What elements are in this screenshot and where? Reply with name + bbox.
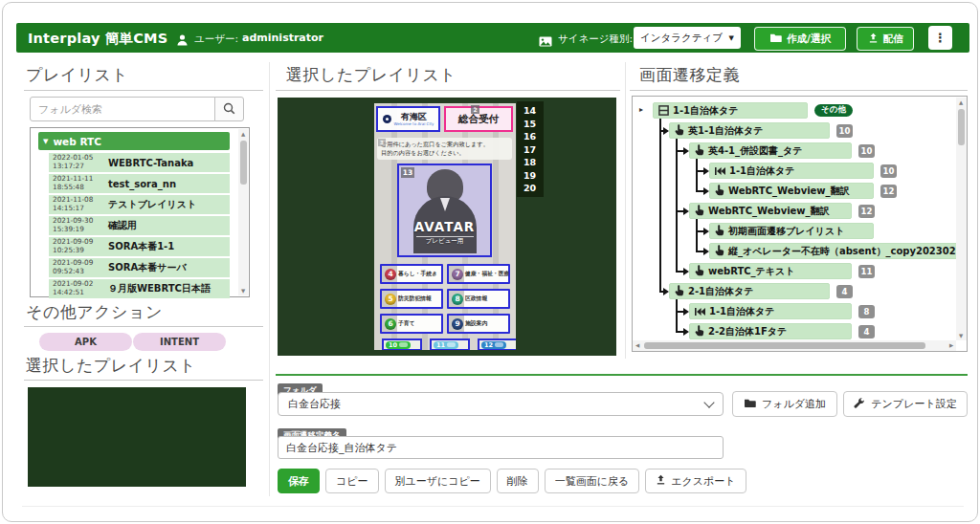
preview-menu-button-5[interactable]: 5防災防犯情報 <box>380 289 443 309</box>
playlist-item[interactable]: 2021-11-1118:55:48test_sora_nn <box>49 174 230 193</box>
action-button[interactable]: コピー <box>325 469 379 493</box>
menu-label: 防災防犯情報 <box>398 295 432 303</box>
hand-icon <box>715 242 724 260</box>
folder-search-input[interactable] <box>30 97 215 121</box>
scrollbar-thumb[interactable] <box>644 342 925 349</box>
form-action-buttons: 保存コピー別ユーザにコピー削除一覧画面に戻るエクスポート <box>278 469 746 493</box>
preview-bottom-button-11[interactable]: 11 <box>430 338 470 350</box>
create-select-button[interactable]: 作成/選択 <box>754 27 846 51</box>
tree-horizontal-scrollbar[interactable]: ◀ ▶ <box>633 340 956 351</box>
tree-node-label: 1-1自治体タテ <box>729 164 795 178</box>
preview-menu-button-7[interactable]: 7健康・福祉・医療 <box>447 264 510 284</box>
tree-node[interactable]: 2-2自治体1Fタテ <box>689 323 852 339</box>
app-frame: Interplay 簡単CMS ユーザー: administrator サイネー… <box>2 2 978 522</box>
hotspot-number-strip: 14151617181920 <box>517 101 544 197</box>
tree-node-label: WebRTC_Webview_翻訳 <box>708 205 830 218</box>
playlist-item[interactable]: 2021-09-0214:42:51９月版WEBRTC日本語 <box>49 279 230 298</box>
tree-node[interactable]: 初期画面遷移プレイリスト <box>709 223 874 239</box>
search-icon <box>223 100 235 119</box>
form-top-divider <box>276 374 968 376</box>
wrench-icon <box>854 397 865 411</box>
playlist-item[interactable]: 2022-01-0513:17:27WEBRTC-Tanaka <box>49 153 230 172</box>
hotspot-badge-3: 3 <box>378 139 386 146</box>
tree-node[interactable]: 英1-1自治体タテ <box>669 122 830 139</box>
menu-label: 施設案内 <box>465 319 487 328</box>
tree-node-label: WebRTC_Webview_翻訳 <box>728 185 850 198</box>
apk-button[interactable]: APK <box>39 333 132 351</box>
playlist-item-name: SORA本番1-1 <box>108 240 174 253</box>
scroll-down-icon[interactable]: ▼ <box>238 286 248 295</box>
folder-name: web RTC <box>53 136 100 147</box>
rewind-icon <box>715 162 725 180</box>
menu-number-badge: 5 <box>385 294 396 305</box>
publish-button[interactable]: 配信 <box>857 27 914 51</box>
scrollbar-thumb[interactable] <box>240 141 247 185</box>
playlist-item[interactable]: 2021-11-0814:15:17テストプレイリスト <box>49 195 230 214</box>
playlist-item[interactable]: 2021-09-3015:39:19確認用 <box>49 216 230 235</box>
preview-logo-button[interactable]: 有海区 Welcome to Arai City <box>376 106 440 132</box>
playlist-item-name: SORA本番サーバ <box>108 261 187 274</box>
add-folder-button[interactable]: フォルダ追加 <box>732 391 837 417</box>
hand-icon <box>675 282 684 300</box>
tree-node[interactable]: 2-1自治体タテ <box>669 283 830 299</box>
hotspot-number: 16 <box>523 130 544 143</box>
tree-node[interactable]: 1-1自治体タテ <box>689 303 852 319</box>
preview-avatar-button[interactable]: 13 AVATAR プレビュー用 <box>397 164 492 257</box>
preview-panel-title: 選択したプレイリスト <box>286 64 457 86</box>
tree-expand-caret[interactable]: ▸ <box>639 105 643 114</box>
scrollbar-thumb[interactable] <box>958 109 965 145</box>
action-button[interactable]: 削除 <box>497 469 539 493</box>
playlist-item-date: 2021-09-0910:25:39 <box>49 238 100 254</box>
preview-bottom-button-10[interactable]: 10 <box>382 338 422 350</box>
signage-type-select[interactable]: インタラクティブ ▼ <box>634 27 741 49</box>
preview-menu-button-4[interactable]: 4暮らし・手続き <box>380 264 443 284</box>
playlist-folder-row[interactable]: ▼ web RTC <box>38 132 230 150</box>
scroll-up-icon[interactable]: ▲ <box>956 98 966 107</box>
search-button[interactable] <box>214 97 244 121</box>
scroll-right-icon[interactable]: ▶ <box>947 340 956 351</box>
tree-node[interactable]: WebRTC_Webview_翻訳 <box>689 203 852 219</box>
hotspot-number: 17 <box>523 143 544 157</box>
scroll-down-icon[interactable]: ▼ <box>956 331 966 340</box>
tree-node-label: 英4-1_併設図書_タテ <box>708 144 803 158</box>
kebab-menu-button[interactable]: ⋮ <box>928 26 952 50</box>
tree-node[interactable]: 縦_オペレーター不在時（absent）_copy202302141 <box>709 243 956 259</box>
tree-node[interactable]: 1-1自治体タテ <box>653 102 808 119</box>
user-name: administrator <box>242 32 323 44</box>
tree-node[interactable]: 1-1自治体タテ <box>709 163 874 179</box>
hand-icon <box>715 182 724 200</box>
playlist-item[interactable]: 2021-09-0910:25:39SORA本番1-1 <box>49 237 230 256</box>
template-settings-button[interactable]: テンプレート設定 <box>843 391 968 417</box>
folder-select[interactable]: 白金台応接 <box>278 392 724 416</box>
action-button[interactable]: 別ユーザにコピー <box>385 469 491 493</box>
hotspot-number: 20 <box>523 182 544 195</box>
tree-vertical-scrollbar[interactable]: ▲ ▼ <box>956 98 967 340</box>
preview-menu-button-6[interactable]: 6子育て <box>380 314 443 334</box>
scroll-up-icon[interactable]: ▲ <box>238 129 248 139</box>
tree-node-label: 1-1自治体タテ <box>709 305 775 318</box>
tree-node[interactable]: WebRTC_Webview_翻訳 <box>709 183 874 199</box>
preview-menu-button-8[interactable]: 8区政情報 <box>447 289 510 309</box>
playlist-scrollbar[interactable]: ▲ ▼ <box>238 129 248 295</box>
intent-button[interactable]: INTENT <box>133 333 226 351</box>
tree-node-label: webRTC_テキスト <box>708 265 795 278</box>
tree-node[interactable]: 英4-1_併設図書_タテ <box>689 142 852 159</box>
signage-type-value: インタラクティブ <box>640 32 723 45</box>
scroll-left-icon[interactable]: ◀ <box>633 340 642 351</box>
action-button[interactable]: 一覧画面に戻る <box>545 469 640 493</box>
playlist-item[interactable]: 2021-09-0909:52:43SORA本番サーバ <box>49 258 230 277</box>
tree-node-badge: その他 <box>814 104 853 117</box>
save-button[interactable]: 保存 <box>278 469 320 493</box>
tree-node[interactable]: webRTC_テキスト <box>689 263 852 279</box>
tree-node-badge: 8 <box>858 305 875 318</box>
tree-node-badge: 12 <box>880 185 897 198</box>
tree-node-label: 2-1自治体タテ <box>688 285 754 298</box>
tree-node-label: 縦_オペレーター不在時（absent）_copy202302141 <box>728 245 956 258</box>
tree-node-label: 1-1自治体タテ <box>673 104 739 118</box>
export-button[interactable]: エクスポート <box>645 469 746 493</box>
transition-name-input[interactable] <box>278 436 724 459</box>
playlist-item-date: 2022-01-0513:17:27 <box>49 154 100 170</box>
preview-bottom-button-12[interactable]: 12 <box>478 338 516 350</box>
preview-reception-button[interactable]: 総合受付 2 <box>444 106 513 132</box>
preview-menu-button-9[interactable]: 9施設案内 <box>447 314 510 334</box>
